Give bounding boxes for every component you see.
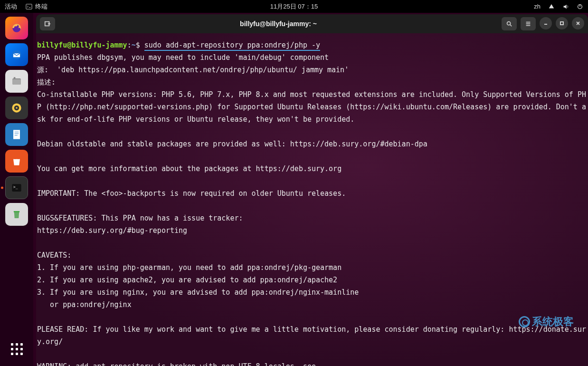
apps-grid-icon (11, 343, 23, 355)
app-menu[interactable]: 终端 (26, 2, 47, 11)
svg-rect-27 (560, 22, 563, 25)
minimize-button[interactable] (540, 17, 552, 29)
shopping-bag-icon (10, 154, 23, 168)
minimize-icon (543, 21, 548, 26)
watermark-text: 系统极客 (532, 316, 574, 328)
thunderbird-icon (10, 48, 23, 61)
titlebar: billyfu@billyfu-jammy: ~ (36, 14, 588, 33)
input-method-indicator[interactable]: zh (534, 3, 541, 10)
search-icon (506, 20, 512, 27)
watermark-logo-icon (519, 316, 530, 327)
dock-item-firefox[interactable] (5, 17, 28, 39)
firefox-icon (10, 21, 23, 35)
prompt-symbol: $ (136, 41, 140, 49)
search-button[interactable] (502, 17, 517, 30)
dock-item-files[interactable] (5, 70, 28, 93)
svg-point-21 (507, 22, 511, 25)
dock-item-show-apps[interactable] (5, 337, 28, 360)
dock: >_ (0, 13, 33, 366)
activities-button[interactable]: 活动 (5, 2, 17, 11)
maximize-button[interactable] (556, 17, 568, 29)
window-title: billyfu@billyfu-jammy: ~ (55, 20, 502, 28)
prompt-path: ~ (132, 41, 136, 49)
dock-item-trash[interactable] (5, 203, 28, 226)
new-tab-icon (44, 20, 51, 27)
terminal-icon (26, 3, 32, 10)
dock-item-writer[interactable] (5, 123, 28, 146)
command-text: sudo add-apt-repository ppa:ondrej/php -… (144, 41, 320, 51)
dock-item-software[interactable] (5, 150, 28, 173)
running-indicator (1, 187, 3, 189)
dock-item-terminal[interactable]: >_ (5, 176, 28, 199)
close-icon (576, 21, 580, 26)
watermark: 系统极客 (519, 316, 574, 328)
svg-line-22 (510, 25, 512, 27)
power-icon[interactable] (577, 3, 583, 10)
svg-rect-6 (12, 79, 21, 85)
network-icon[interactable] (548, 3, 555, 10)
dock-item-thunderbird[interactable] (5, 43, 28, 66)
svg-rect-17 (14, 211, 19, 212)
trash-icon (10, 208, 23, 221)
svg-rect-0 (26, 4, 32, 9)
menu-button[interactable] (521, 17, 536, 30)
volume-icon[interactable] (562, 3, 569, 10)
terminal-window: billyfu@billyfu-jammy: ~ billyfu@billyfu… (36, 14, 588, 366)
close-button[interactable] (572, 17, 584, 29)
svg-point-10 (16, 107, 18, 109)
files-icon (10, 75, 23, 88)
svg-rect-7 (14, 77, 16, 79)
hamburger-icon (525, 20, 531, 27)
terminal-content[interactable]: billyfu@billyfu-jammy:~$ sudo add-apt-re… (36, 33, 588, 366)
clock[interactable]: 11月25日 07：15 (270, 2, 318, 11)
maximize-icon (560, 21, 564, 26)
speaker-icon (10, 101, 23, 115)
new-tab-button[interactable] (40, 17, 55, 30)
dock-item-rhythmbox[interactable] (5, 96, 28, 119)
prompt-user: billyfu@billyfu-jammy (37, 41, 127, 49)
gnome-topbar: 活动 终端 11月25日 07：15 zh (0, 0, 588, 13)
svg-rect-11 (13, 130, 20, 139)
prompt-separator: : (127, 41, 132, 49)
svg-text:>_: >_ (13, 185, 18, 189)
writer-icon (10, 128, 23, 141)
app-menu-label: 终端 (35, 2, 47, 11)
terminal-output: PPA publishes dbgsym, you may need to in… (37, 53, 586, 366)
terminal-icon: >_ (10, 181, 23, 194)
